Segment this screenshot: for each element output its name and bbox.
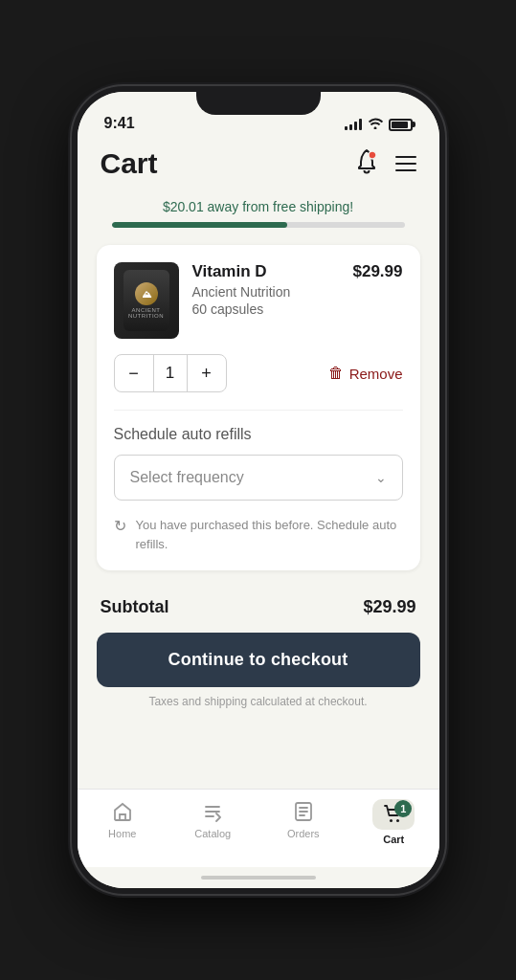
chevron-down-icon: ⌄: [375, 470, 387, 485]
quantity-value: 1: [153, 355, 188, 391]
menu-button[interactable]: [395, 156, 416, 171]
quantity-increase-button[interactable]: +: [188, 355, 226, 391]
svg-point-2: [390, 819, 393, 822]
home-bar: [201, 876, 316, 880]
cart-nav-bg: 1: [372, 799, 415, 830]
bell-button[interactable]: [353, 148, 380, 179]
home-indicator: [78, 867, 439, 888]
status-icons: [345, 117, 413, 132]
product-info: Vitamin D Ancient Nutrition 60 capsules: [192, 262, 340, 317]
nav-item-orders[interactable]: Orders: [258, 799, 349, 839]
svg-point-0: [369, 151, 376, 159]
nav-label-cart: Cart: [383, 834, 404, 845]
bell-icon: [353, 148, 380, 175]
refill-hint: ↻ You have purchased this before. Schedu…: [114, 512, 403, 553]
subtotal-value: $29.99: [363, 597, 415, 617]
product-image: ⛰ ANCIENTNUTRITION: [114, 262, 179, 339]
quantity-row: − 1 + 🗑 Remove: [114, 354, 403, 392]
shipping-banner: $20.01 away from free shipping!: [78, 195, 439, 237]
catalog-icon: [202, 799, 223, 824]
refills-title: Schedule auto refills: [114, 426, 403, 443]
product-image-label: ANCIENTNUTRITION: [128, 307, 164, 319]
product-price: $29.99: [353, 262, 403, 281]
product-card: ⛰ ANCIENTNUTRITION Vitamin D Ancient Nut…: [97, 245, 420, 570]
remove-label: Remove: [349, 366, 403, 382]
orders-icon: [293, 799, 314, 824]
nav-label-catalog: Catalog: [194, 828, 231, 839]
product-logo: ⛰: [142, 289, 151, 300]
product-name: Vitamin D: [192, 262, 340, 281]
cart-icon-wrapper: 1: [383, 804, 404, 825]
nav-item-home[interactable]: Home: [78, 799, 168, 839]
phone-screen: 9:41 Cart: [78, 92, 439, 888]
shipping-text: $20.01 away from free shipping!: [101, 199, 416, 214]
checkout-section: Continue to checkout Taxes and shipping …: [78, 633, 439, 722]
battery-icon: [389, 119, 413, 131]
refills-section: Schedule auto refills Select frequency ⌄…: [114, 410, 403, 553]
product-size: 60 capsules: [192, 301, 340, 317]
frequency-label: Select frequency: [130, 469, 244, 486]
quantity-control: − 1 +: [114, 354, 227, 392]
subtotal-label: Subtotal: [101, 597, 169, 617]
nav-item-cart[interactable]: 1 Cart: [348, 799, 439, 845]
main-content: Cart $20.01 away from fr: [78, 140, 439, 789]
shipping-progress-bar: [112, 222, 405, 228]
phone-frame: 9:41 Cart: [72, 86, 445, 894]
notch: [196, 86, 321, 115]
checkout-button[interactable]: Continue to checkout: [97, 633, 420, 687]
cart-badge: 1: [394, 800, 412, 817]
wifi-icon: [368, 117, 383, 132]
home-icon: [112, 799, 133, 824]
page-header: Cart: [78, 140, 439, 195]
product-brand: Ancient Nutrition: [192, 284, 340, 300]
quantity-decrease-button[interactable]: −: [115, 355, 153, 391]
checkout-note: Taxes and shipping calculated at checkou…: [97, 695, 420, 714]
header-actions: [353, 148, 416, 179]
signal-icon: [345, 119, 362, 130]
refill-hint-text: You have purchased this before. Schedule…: [136, 516, 403, 553]
svg-point-3: [396, 819, 399, 822]
status-time: 9:41: [104, 115, 135, 132]
frequency-select[interactable]: Select frequency ⌄: [114, 455, 403, 501]
refresh-icon: ↻: [114, 517, 126, 535]
nav-item-catalog[interactable]: Catalog: [168, 799, 258, 839]
nav-label-home: Home: [108, 828, 136, 839]
nav-label-orders: Orders: [287, 828, 320, 839]
trash-icon: 🗑: [328, 365, 344, 382]
subtotal-section: Subtotal $29.99: [78, 578, 439, 633]
remove-button[interactable]: 🗑 Remove: [328, 365, 403, 382]
page-title: Cart: [101, 147, 158, 180]
bottom-nav: Home Catalog Orders: [78, 789, 439, 867]
shipping-progress-fill: [112, 222, 288, 228]
product-row: ⛰ ANCIENTNUTRITION Vitamin D Ancient Nut…: [114, 262, 403, 339]
